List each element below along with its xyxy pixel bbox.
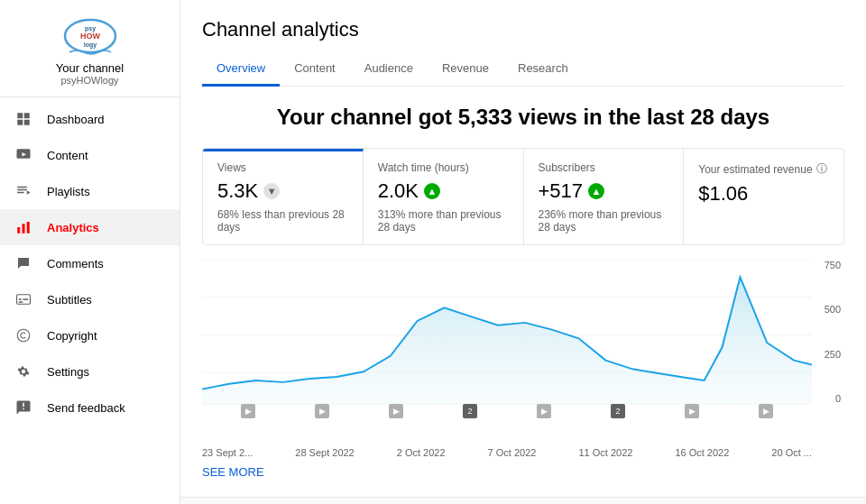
svg-rect-19 (23, 298, 28, 300)
sidebar-item-analytics[interactable]: Analytics (0, 209, 180, 245)
svg-rect-15 (23, 224, 25, 234)
sidebar-item-playlists[interactable]: Playlists (0, 173, 180, 209)
video-marker-7[interactable]: ▶ (759, 404, 773, 418)
stat-cards-row: Views 5.3K ▼ 68% less than previous 28 d… (202, 148, 844, 245)
stat-value-watchtime: 2.0K (378, 179, 419, 203)
x-label-5: 16 Oct 2022 (675, 447, 729, 458)
dashboard-icon (14, 110, 32, 128)
svg-text:HOW: HOW (80, 32, 101, 41)
x-label-2: 2 Oct 2022 (397, 447, 446, 458)
x-label-4: 11 Oct 2022 (578, 447, 632, 458)
svg-rect-12 (17, 192, 24, 194)
sidebar-label-playlists: Playlists (47, 185, 90, 198)
stat-value-views: 5.3K (217, 179, 258, 203)
copyright-icon (14, 326, 32, 344)
chart-xaxis: 23 Sept 2... 28 Sept 2022 2 Oct 2022 7 O… (202, 447, 844, 458)
sidebar-label-analytics: Analytics (47, 221, 99, 234)
stat-card-views[interactable]: Views 5.3K ▼ 68% less than previous 28 d… (203, 149, 364, 244)
sidebar-label-content: Content (47, 149, 88, 162)
video-marker-4[interactable]: ▶ (537, 404, 551, 418)
sidebar-item-copyright[interactable]: Copyright (0, 317, 180, 353)
svg-rect-6 (17, 120, 23, 125)
channel-logo: psy HOW logy (54, 16, 126, 61)
svg-rect-10 (17, 187, 27, 188)
channel-name: Your channel (56, 61, 124, 75)
stat-change-views: 68% less than previous 28 days (217, 208, 348, 234)
y-label-500: 500 (812, 304, 841, 315)
sidebar-logo: psy HOW logy Your channel psyHOWlogy (0, 0, 180, 97)
stat-label-watchtime: Watch time (hours) (378, 161, 509, 174)
analytics-icon (14, 218, 32, 236)
svg-rect-16 (27, 222, 30, 234)
sidebar-item-dashboard[interactable]: Dashboard (0, 101, 180, 137)
sidebar-label-comments: Comments (47, 257, 104, 270)
svg-marker-13 (27, 190, 31, 195)
stat-card-revenue[interactable]: Your estimated revenue ⓘ $1.06 (684, 149, 843, 244)
stat-change-watchtime: 313% more than previous 28 days (378, 208, 509, 234)
svg-rect-11 (17, 189, 27, 191)
comments-icon (14, 254, 32, 272)
stat-arrow-subscribers: ▲ (588, 183, 604, 199)
tab-content[interactable]: Content (280, 52, 350, 87)
stat-arrow-views: ▼ (263, 183, 280, 199)
sidebar-item-subtitles[interactable]: Subtitles (0, 281, 180, 317)
x-label-1: 28 Sept 2022 (295, 447, 354, 458)
sidebar: psy HOW logy Your channel psyHOWlogy Das… (0, 0, 180, 504)
y-label-0: 0 (812, 393, 841, 404)
tab-audience[interactable]: Audience (350, 52, 428, 87)
x-label-3: 7 Oct 2022 (488, 447, 537, 458)
sidebar-item-settings[interactable]: Settings (0, 353, 180, 389)
bottom-bar: 🖼 df128fe9-2264-41....png ▲ (180, 497, 866, 504)
svg-rect-20 (19, 301, 23, 303)
x-label-0: 23 Sept 2... (202, 447, 253, 458)
svg-text:logy: logy (83, 41, 96, 49)
tab-bar: Overview Content Audience Revenue Resear… (202, 52, 844, 87)
stat-change-subscribers: 236% more than previous 28 days (539, 208, 669, 234)
sidebar-label-dashboard: Dashboard (47, 113, 105, 126)
sidebar-item-comments[interactable]: Comments (0, 245, 180, 281)
revenue-info-icon: ⓘ (816, 161, 827, 177)
video-marker-2[interactable]: ▶ (389, 404, 403, 418)
video-marker-0[interactable]: ▶ (241, 404, 255, 418)
stat-label-views: Views (217, 161, 348, 174)
stat-card-watchtime[interactable]: Watch time (hours) 2.0K ▲ 313% more than… (364, 149, 524, 244)
analytics-chart (202, 260, 812, 408)
sidebar-nav: Dashboard Content Playlists Analytics (0, 97, 180, 429)
y-label-250: 250 (812, 349, 841, 360)
summary-stat: Your channel got 5,333 views in the last… (202, 105, 844, 130)
sidebar-label-subtitles: Subtitles (47, 293, 92, 307)
see-more-link[interactable]: SEE MORE (202, 465, 264, 479)
chart-area: 750 500 250 0 ▶ ▶ ▶ 2 ▶ 2 ▶ ▶ (202, 260, 844, 440)
tab-overview[interactable]: Overview (202, 52, 280, 87)
channel-handle: psyHOWlogy (60, 75, 118, 86)
video-marker-5[interactable]: 2 (611, 404, 625, 418)
stat-value-row-watchtime: 2.0K ▲ (378, 179, 509, 203)
content-icon (14, 146, 32, 164)
video-markers: ▶ ▶ ▶ 2 ▶ 2 ▶ ▶ (202, 404, 812, 418)
y-label-750: 750 (812, 260, 841, 270)
stat-label-revenue: Your estimated revenue ⓘ (698, 161, 829, 177)
tab-revenue[interactable]: Revenue (428, 52, 503, 87)
video-marker-3[interactable]: 2 (463, 404, 477, 418)
sidebar-item-send-feedback[interactable]: Send feedback (0, 389, 180, 426)
feedback-icon (14, 399, 32, 417)
stat-card-subscribers[interactable]: Subscribers +517 ▲ 236% more than previo… (524, 149, 685, 244)
sidebar-label-copyright: Copyright (47, 329, 97, 343)
video-marker-1[interactable]: ▶ (315, 404, 329, 418)
x-label-6: 20 Oct ... (771, 447, 812, 458)
page-header: Channel analytics Overview Content Audie… (180, 0, 866, 87)
sidebar-item-content[interactable]: Content (0, 137, 180, 173)
svg-rect-14 (17, 227, 20, 234)
svg-rect-5 (24, 113, 30, 118)
page-title: Channel analytics (202, 18, 844, 41)
sidebar-label-settings: Settings (47, 365, 89, 379)
tab-research[interactable]: Research (503, 52, 583, 87)
settings-icon (14, 362, 32, 380)
main-content-area: Channel analytics Overview Content Audie… (180, 0, 866, 504)
playlists-icon (14, 182, 32, 200)
stat-value-row-revenue: $1.06 (698, 182, 829, 206)
video-marker-6[interactable]: ▶ (685, 404, 699, 418)
stat-value-revenue: $1.06 (698, 182, 748, 206)
stat-value-subscribers: +517 (539, 179, 584, 203)
stat-label-subscribers: Subscribers (539, 161, 669, 174)
